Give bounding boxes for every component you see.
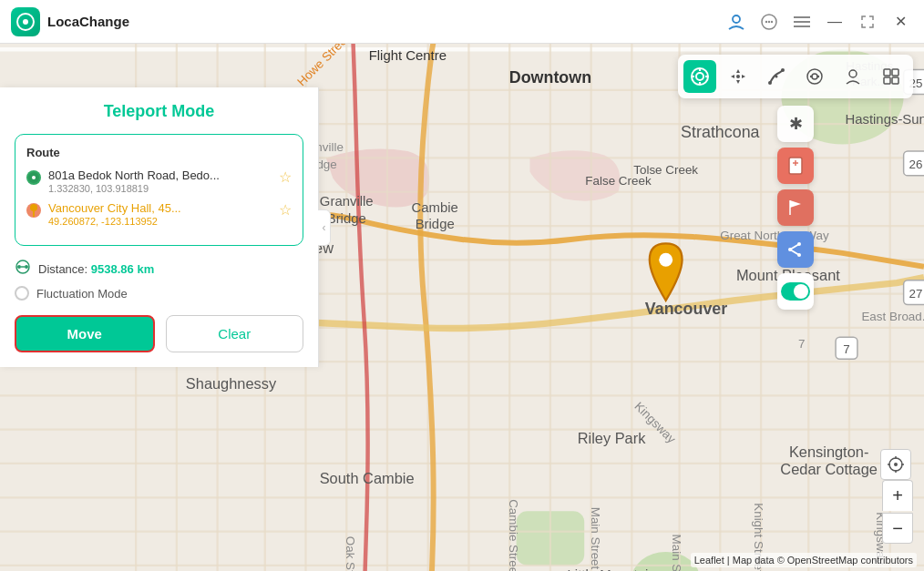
fluctuation-label: Fluctuation Mode (36, 287, 128, 301)
svg-point-5 (768, 20, 770, 22)
svg-point-117 (736, 75, 740, 78)
svg-text:Shaughnessy: Shaughnessy (186, 375, 277, 392)
title-bar-right: — ✕ (724, 9, 913, 35)
svg-point-2 (733, 15, 740, 23)
svg-text:Cambie: Cambie (411, 200, 457, 215)
svg-point-112 (696, 73, 703, 80)
svg-text:Cambie Street: Cambie Street (507, 499, 520, 571)
app-title: LocaChange (47, 14, 129, 29)
move-mode-button[interactable] (722, 60, 755, 93)
route-start-star[interactable]: ☆ (279, 168, 292, 186)
svg-rect-129 (892, 77, 898, 84)
svg-point-147 (17, 265, 21, 269)
svg-text:Downtown: Downtown (509, 68, 591, 87)
svg-point-122 (812, 74, 817, 79)
collapse-panel-button[interactable]: ‹ (318, 209, 331, 246)
message-icon[interactable] (756, 9, 782, 35)
title-bar: LocaChange — ✕ (0, 0, 924, 44)
svg-point-4 (765, 20, 767, 22)
route-end-name: Vancouver City Hall, 45... (48, 201, 272, 215)
map-container[interactable]: Vancouver Harbour Flight Centre Downtown… (0, 44, 924, 571)
svg-text:Vancouver Harbour: Vancouver Harbour (344, 44, 472, 46)
svg-point-148 (25, 265, 28, 269)
route-end-star[interactable]: ☆ (279, 201, 292, 219)
svg-text:Main Street: Main Street (589, 507, 602, 570)
svg-point-144 (32, 176, 36, 179)
clear-button[interactable]: Clear (166, 315, 304, 352)
map-attribution: Leaflet | Map data © OpenStreetMap contr… (691, 553, 917, 567)
history-mode-button[interactable] (875, 60, 908, 93)
toggle-knob (794, 284, 808, 299)
bookmark-button[interactable] (777, 148, 814, 184)
fluctuation-checkbox[interactable] (15, 286, 29, 301)
svg-rect-126 (884, 69, 890, 76)
svg-point-134 (788, 248, 792, 251)
joystick-mode-button[interactable] (798, 60, 831, 93)
side-tools: ✱ (777, 106, 814, 310)
svg-text:Cedar Cottage: Cedar Cottage (780, 461, 878, 477)
flag-button[interactable] (777, 189, 814, 226)
svg-text:Kensington-: Kensington- (789, 444, 868, 460)
action-row: Move Clear (15, 315, 303, 352)
svg-point-124 (817, 76, 819, 77)
maximize-button[interactable] (855, 9, 880, 35)
route-start-text: 801a Bedok North Road, Bedo... 1.332830,… (48, 168, 272, 194)
menu-icon[interactable] (789, 9, 815, 35)
svg-text:Bridge: Bridge (416, 217, 455, 231)
teleport-panel: Teleport Mode Route 801a Bedok North Roa… (0, 87, 319, 367)
svg-point-125 (849, 70, 857, 77)
svg-point-118 (768, 81, 772, 85)
svg-point-123 (810, 76, 812, 77)
svg-rect-127 (892, 69, 898, 76)
fluctuation-row: Fluctuation Mode (15, 286, 303, 301)
distance-icon (15, 259, 31, 279)
svg-text:Granville: Granville (320, 194, 374, 209)
toggle-button[interactable] (777, 273, 814, 310)
route-start-item: 801a Bedok North Road, Bedo... 1.332830,… (26, 168, 292, 194)
svg-text:East Broad...: East Broad... (861, 310, 924, 323)
svg-text:Flight Centre: Flight Centre (369, 48, 447, 63)
svg-text:Riley Park: Riley Park (578, 430, 646, 446)
svg-point-138 (894, 463, 898, 466)
mode-bar (678, 55, 913, 98)
svg-text:South Cambie: South Cambie (320, 470, 415, 486)
profile-mode-button[interactable] (837, 60, 869, 93)
svg-point-6 (771, 20, 773, 22)
route-start-dot (26, 170, 41, 185)
panel-title: Teleport Mode (15, 102, 303, 121)
close-button[interactable]: ✕ (888, 9, 913, 35)
route-end-item: Vancouver City Hall, 45... 49.260872, -1… (26, 201, 292, 227)
svg-text:7: 7 (843, 342, 849, 356)
svg-point-135 (797, 242, 801, 246)
profile-icon[interactable] (724, 9, 749, 35)
svg-text:Bridge: Bridge (327, 211, 366, 226)
svg-point-136 (797, 253, 801, 257)
route-box: Route 801a Bedok North Road, Bedo... 1.3… (15, 134, 303, 246)
route-label: Route (26, 146, 292, 159)
svg-point-1 (23, 19, 28, 25)
svg-rect-128 (884, 77, 890, 84)
title-bar-left: LocaChange (11, 7, 129, 36)
minimize-button[interactable]: — (822, 9, 847, 35)
right-toolbar: ✱ (678, 55, 913, 310)
svg-text:Oak Street: Oak Street (344, 536, 357, 571)
zoom-out-button[interactable]: − (882, 513, 913, 544)
svg-point-119 (781, 68, 785, 72)
teleport-mode-button[interactable] (683, 60, 716, 93)
locate-button[interactable] (880, 449, 911, 480)
svg-text:7: 7 (798, 337, 805, 351)
toggle-switch[interactable] (781, 282, 810, 301)
route-mode-button[interactable] (760, 60, 793, 93)
svg-point-104 (659, 253, 672, 267)
move-button[interactable]: Move (15, 315, 155, 352)
route-start-coords: 1.332830, 103.918819 (48, 183, 272, 194)
zoom-in-button[interactable]: + (882, 480, 913, 511)
asterisk-button[interactable]: ✱ (777, 106, 814, 142)
zoom-controls: + − (882, 480, 913, 544)
route-end-text: Vancouver City Hall, 45... 49.260872, -1… (48, 201, 272, 227)
distance-row: Distance: 9538.86 km (15, 259, 303, 279)
route-end-coords: 49.260872, -123.113952 (48, 216, 272, 227)
share-button[interactable] (777, 231, 814, 268)
distance-text: Distance: 9538.86 km (38, 262, 154, 276)
route-start-name: 801a Bedok North Road, Bedo... (48, 168, 272, 182)
